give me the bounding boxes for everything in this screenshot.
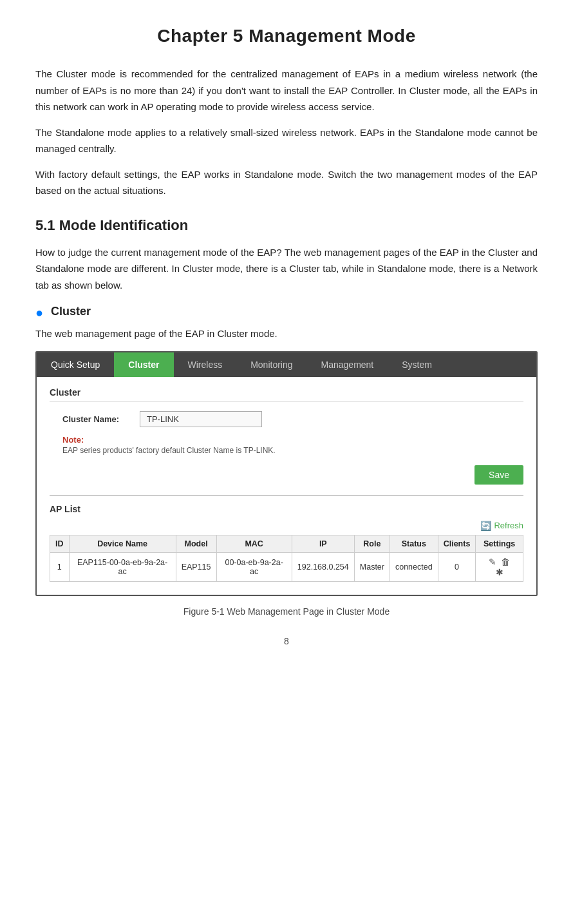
refresh-icon: 🔄	[480, 521, 491, 531]
nav-item-monitoring[interactable]: Monitoring	[236, 352, 306, 377]
save-button[interactable]: Save	[474, 465, 523, 485]
save-row: Save	[50, 465, 523, 485]
note-label: Note:	[62, 435, 523, 445]
cluster-bullet-item: ● Cluster	[35, 305, 538, 319]
row-mac: 00-0a-eb-9a-2a-ac	[216, 552, 292, 581]
col-mac: MAC	[216, 535, 292, 552]
col-model: Model	[176, 535, 216, 552]
cluster-name-label: Cluster Name:	[62, 414, 140, 424]
nav-bar: Quick Setup Cluster Wireless Monitoring …	[37, 352, 536, 377]
cluster-name-row: Cluster Name:	[62, 411, 523, 427]
ap-table-header: ID Device Name Model MAC IP Role Status …	[50, 535, 523, 552]
nav-item-management[interactable]: Management	[307, 352, 388, 377]
col-settings: Settings	[476, 535, 523, 552]
edit-icon[interactable]: ✎	[489, 557, 496, 567]
row-clients: 0	[438, 552, 476, 581]
row-model: EAP115	[176, 552, 216, 581]
ap-table-body: 1 EAP115-00-0a-eb-9a-2a-ac EAP115 00-0a-…	[50, 552, 523, 581]
cluster-name-input[interactable]	[140, 411, 262, 427]
col-clients: Clients	[438, 535, 476, 552]
nav-item-cluster[interactable]: Cluster	[114, 352, 173, 377]
col-status: Status	[390, 535, 438, 552]
row-role: Master	[354, 552, 390, 581]
cluster-bullet-label: Cluster	[51, 305, 91, 318]
note-block: Note: EAP series products' factory defau…	[62, 435, 523, 455]
nav-item-system[interactable]: System	[388, 352, 446, 377]
figure-caption: Figure 5-1 Web Management Page in Cluste…	[35, 606, 538, 617]
table-row: 1 EAP115-00-0a-eb-9a-2a-ac EAP115 00-0a-…	[50, 552, 523, 581]
paragraph-2: The Standalone mode applies to a relativ…	[35, 124, 538, 157]
row-device-name: EAP115-00-0a-eb-9a-2a-ac	[69, 552, 176, 581]
ap-list-header: AP List	[50, 504, 523, 514]
paragraph-3: With factory default settings, the EAP w…	[35, 166, 538, 199]
paragraph-1: The Cluster mode is recommended for the …	[35, 66, 538, 115]
cluster-sub-text: The web management page of the EAP in Cl…	[35, 325, 538, 342]
row-status: connected	[390, 552, 438, 581]
chapter-title: Chapter 5 Management Mode	[35, 26, 538, 46]
col-role: Role	[354, 535, 390, 552]
col-device-name: Device Name	[69, 535, 176, 552]
col-ip: IP	[292, 535, 354, 552]
col-id: ID	[50, 535, 70, 552]
delete-icon[interactable]: 🗑	[501, 557, 510, 567]
row-id: 1	[50, 552, 70, 581]
nav-item-quick-setup[interactable]: Quick Setup	[37, 352, 114, 377]
bullet-dot: ●	[35, 306, 43, 319]
config-icon[interactable]: ✱	[496, 567, 503, 577]
refresh-row: 🔄 Refresh	[50, 521, 523, 531]
ap-list-section: AP List 🔄 Refresh ID Device Name Model M…	[50, 495, 523, 582]
section-5-1-title: 5.1 Mode Identification	[35, 217, 538, 234]
cluster-section-header: Cluster	[50, 387, 523, 402]
row-settings: ✎ 🗑 ✱	[476, 552, 523, 581]
ui-content-area: Cluster Cluster Name: Note: EAP series p…	[37, 377, 536, 595]
nav-item-wireless[interactable]: Wireless	[174, 352, 237, 377]
ui-screenshot-box: Quick Setup Cluster Wireless Monitoring …	[35, 351, 538, 596]
page-number: 8	[35, 636, 538, 646]
row-ip: 192.168.0.254	[292, 552, 354, 581]
note-text: EAP series products' factory default Clu…	[62, 446, 523, 455]
refresh-label[interactable]: Refresh	[494, 521, 523, 530]
paragraph-4: How to judge the current management mode…	[35, 244, 538, 294]
ap-table: ID Device Name Model MAC IP Role Status …	[50, 535, 523, 582]
